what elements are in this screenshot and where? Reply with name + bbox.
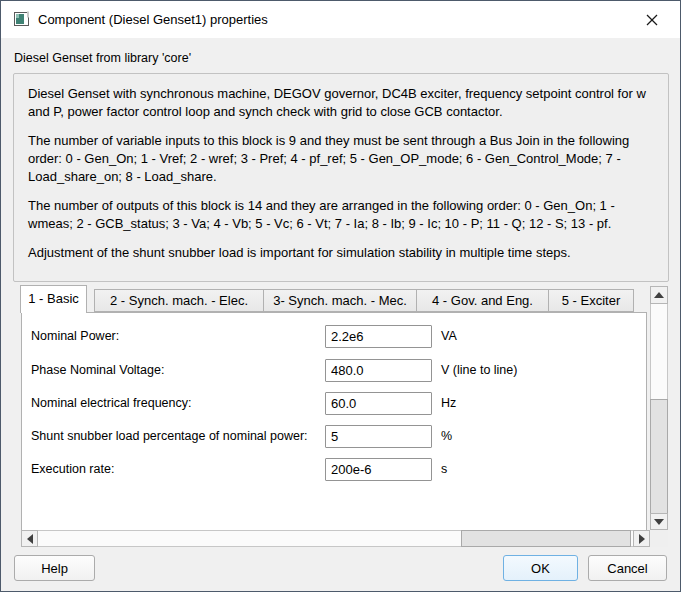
scrollbar-corner [650,530,668,547]
shunt-snubber-load-label: Shunt snubber load percentage of nominal… [31,425,308,447]
nominal-power-label: Nominal Power: [31,325,119,347]
library-note: Diesel Genset from library 'core' [14,51,191,65]
horizontal-scrollbar-left-button[interactable] [21,530,38,547]
component-icon [14,11,30,27]
description-box: Diesel Genset with synchronous machine, … [13,73,669,282]
tab-synch-mach-mec[interactable]: 3- Synch. mach. - Mec. [263,289,417,312]
vertical-scrollbar-up-button[interactable] [650,286,668,304]
component-properties-dialog: Component (Diesel Genset1) properties Di… [0,0,681,592]
nominal-frequency-label: Nominal electrical frequency: [31,392,192,414]
execution-rate-unit: s [441,458,447,480]
title-bar: Component (Diesel Genset1) properties [1,1,680,38]
horizontal-scrollbar-thumb[interactable] [461,530,631,547]
help-button[interactable]: Help [14,555,95,581]
arrow-right-icon [639,534,645,544]
cancel-button[interactable]: Cancel [588,555,667,581]
description-paragraph: Diesel Genset with synchronous machine, … [28,85,652,121]
shunt-snubber-load-unit: % [441,425,452,447]
arrow-up-icon [654,292,664,298]
description-paragraph: The number of outputs of this block is 1… [28,197,652,233]
shunt-snubber-load-input[interactable] [325,425,432,448]
description-paragraph: Adjustment of the shunt snubber load is … [28,244,652,262]
description-paragraph: The number of variable inputs to this bl… [28,132,652,186]
window-title: Component (Diesel Genset1) properties [38,1,268,38]
arrow-down-icon [654,519,664,525]
phase-nominal-voltage-input[interactable] [325,359,432,382]
nominal-frequency-unit: Hz [441,392,456,414]
horizontal-scrollbar-right-button[interactable] [633,530,650,547]
phase-nominal-voltage-label: Phase Nominal Voltage: [31,359,164,381]
close-button[interactable] [632,1,672,38]
vertical-scrollbar-down-button[interactable] [650,513,668,530]
nominal-power-unit: VA [441,325,457,347]
nominal-frequency-input[interactable] [325,392,432,415]
vertical-scrollbar-thumb[interactable] [650,399,668,514]
tab-synch-mach-elec[interactable]: 2 - Synch. mach. - Elec. [94,289,264,312]
tab-exciter[interactable]: 5 - Exciter [548,289,634,312]
nominal-power-input[interactable] [325,325,432,348]
execution-rate-input[interactable] [325,458,432,481]
execution-rate-label: Execution rate: [31,458,114,480]
arrow-left-icon [27,534,33,544]
ok-button[interactable]: OK [503,555,578,581]
tab-basic[interactable]: 1 - Basic [20,285,87,313]
close-icon [646,14,658,26]
phase-nominal-voltage-unit: V (line to line) [441,359,517,381]
tab-gov-and-eng[interactable]: 4 - Gov. and Eng. [416,289,549,312]
